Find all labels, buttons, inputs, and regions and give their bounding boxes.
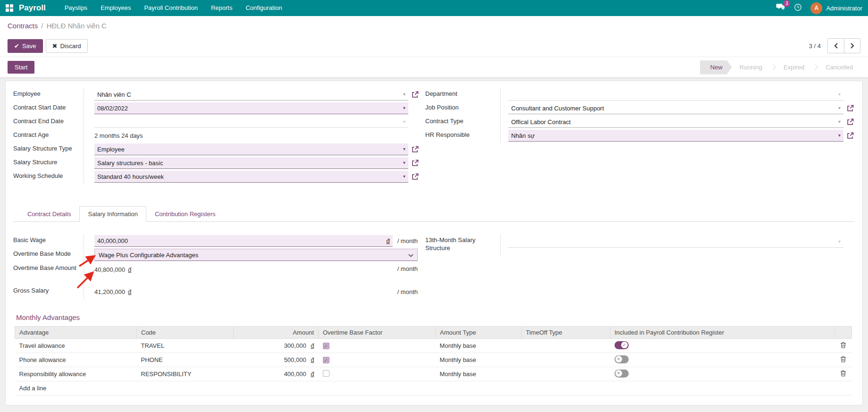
status-steps: New Running Expired Cancelled xyxy=(700,60,860,75)
menu-payslips[interactable]: Payslips xyxy=(58,0,94,16)
add-a-line-link[interactable]: Add a line xyxy=(15,381,852,395)
basic-wage-input[interactable]: 40,000,000 ▾ đ xyxy=(94,235,393,247)
department-field[interactable]: ▾ xyxy=(508,89,843,101)
contract-start-date-field[interactable]: 08/02/2022 ▾ xyxy=(94,102,408,114)
working-schedule-label: Working Schedule xyxy=(13,170,84,184)
discard-button[interactable]: ✖ Discard xyxy=(46,39,88,53)
tab-contribution-registers[interactable]: Contribution Registers xyxy=(146,206,224,222)
external-link-icon[interactable] xyxy=(847,118,855,126)
check-icon: ✔ xyxy=(14,42,19,50)
external-link-icon[interactable] xyxy=(847,105,855,112)
job-position-field[interactable]: Consultant and Customer Support ▾ xyxy=(508,102,843,114)
step-separator-icon xyxy=(770,64,776,70)
overtime-base-mode-select[interactable]: Wage Plus Configurable Advantages xyxy=(94,249,418,261)
start-button[interactable]: Start xyxy=(8,61,34,74)
app-brand[interactable]: Payroll xyxy=(19,3,46,13)
hr-responsible-field[interactable]: Nhân sự ▾ xyxy=(508,130,843,142)
gross-salary-value: 41,200,000 đ xyxy=(94,286,393,298)
tab-contract-details[interactable]: Contract Details xyxy=(19,206,79,222)
overtime-base-factor-checkbox[interactable]: ✓ xyxy=(323,357,329,363)
column-included-in-register[interactable]: Included in Payroll Contribution Registe… xyxy=(610,327,835,339)
status-step-expired[interactable]: Expired xyxy=(776,60,812,75)
currency-symbol: đ xyxy=(311,356,314,363)
overtime-base-factor-checkbox[interactable] xyxy=(323,370,329,377)
column-amount[interactable]: Amount xyxy=(234,327,319,339)
tab-salary-information[interactable]: Salary Information xyxy=(79,206,146,222)
breadcrumb: Contracts / HĐLĐ Nhân viên C xyxy=(0,16,868,35)
overtime-base-mode-label: Overtime Base Mode xyxy=(13,248,84,262)
monthly-advantages-table: Advantage Code Amount Overtime Base Fact… xyxy=(15,326,852,395)
menu-reports[interactable]: Reports xyxy=(204,0,239,16)
hr-responsible-label: HR Responsible xyxy=(425,129,500,143)
external-link-icon[interactable] xyxy=(847,132,855,139)
menu-employees[interactable]: Employees xyxy=(94,0,137,16)
column-timeoff-type[interactable]: TimeOff Type xyxy=(522,327,610,339)
user-menu[interactable]: A Administrator xyxy=(810,2,862,14)
included-in-register-toggle[interactable]: ✕ xyxy=(615,370,629,378)
column-amount-type[interactable]: Amount Type xyxy=(436,327,522,339)
menu-payroll-contribution[interactable]: Payroll Contribution xyxy=(137,0,204,16)
menu-configuration[interactable]: Configuration xyxy=(239,0,288,16)
external-link-icon[interactable] xyxy=(412,146,420,153)
column-overtime-base-factor[interactable]: Overtime Base Factor xyxy=(319,327,436,339)
dropdown-caret-icon[interactable]: ▾ xyxy=(400,106,405,110)
dropdown-caret-icon[interactable]: ▾ xyxy=(400,174,405,179)
table-header-row: Advantage Code Amount Overtime Base Fact… xyxy=(15,327,852,339)
breadcrumb-separator: / xyxy=(41,22,43,30)
trash-icon[interactable] xyxy=(840,357,846,364)
pager-previous-button[interactable] xyxy=(828,39,844,53)
advantage-row-responsibility[interactable]: Responsibility allowance RESPONSIBILITY … xyxy=(15,367,852,381)
column-code[interactable]: Code xyxy=(137,327,234,339)
pager-next-button[interactable] xyxy=(844,39,860,53)
contract-start-date-label: Contract Start Date xyxy=(13,101,84,115)
overtime-base-factor-checkbox[interactable]: ✓ xyxy=(323,343,329,349)
salary-structure-label: Salary Structure xyxy=(13,156,84,170)
dropdown-caret-icon[interactable]: ▾ xyxy=(835,119,841,124)
included-in-register-toggle[interactable]: ✓ xyxy=(615,341,629,349)
per-month-suffix: / month xyxy=(393,237,418,244)
contract-type-field[interactable]: Offical Labor Contract ▾ xyxy=(508,116,843,128)
dropdown-caret-icon[interactable]: ▾ xyxy=(400,92,405,97)
thirteenth-month-structure-field[interactable]: ▾ xyxy=(508,236,843,248)
dropdown-caret-icon[interactable]: ▾ xyxy=(400,160,405,165)
external-link-icon[interactable] xyxy=(412,160,420,167)
department-label: Department xyxy=(425,88,500,101)
column-advantage[interactable]: Advantage xyxy=(15,327,137,339)
save-button[interactable]: ✔ Save xyxy=(8,39,43,53)
breadcrumb-contracts-link[interactable]: Contracts xyxy=(8,22,38,30)
pager-count: 3 / 4 xyxy=(809,42,821,50)
contract-type-label: Contract Type xyxy=(425,115,500,129)
dropdown-caret-icon[interactable]: ▾ xyxy=(835,106,841,110)
external-link-icon[interactable] xyxy=(412,91,420,98)
per-month-suffix: / month xyxy=(393,263,418,272)
thirteenth-month-structure-label: 13th-Month Salary Structure xyxy=(425,234,500,257)
user-name: Administrator xyxy=(826,5,862,12)
trash-icon[interactable] xyxy=(840,343,846,350)
dropdown-caret-icon[interactable]: ▾ xyxy=(835,133,841,138)
advantage-row-phone[interactable]: Phone allowance PHONE 500,000 đ ✓ Monthl… xyxy=(15,353,852,367)
control-panel: ✔ Save ✖ Discard 3 / 4 xyxy=(0,35,868,57)
status-step-running[interactable]: Running xyxy=(732,60,770,75)
salary-structure-field[interactable]: Salary structures - basic ▾ xyxy=(94,157,408,169)
dropdown-caret-icon[interactable]: ▾ xyxy=(835,239,841,244)
dropdown-caret-icon[interactable]: ▾ xyxy=(835,92,841,97)
trash-icon[interactable] xyxy=(840,371,846,378)
contract-end-date-field[interactable]: ▾ xyxy=(94,116,408,128)
page-background: Employee Nhân viên C ▾ Contract Start Da… xyxy=(0,78,868,412)
external-link-icon[interactable] xyxy=(412,173,420,180)
apps-grid-icon[interactable] xyxy=(6,4,13,12)
employee-field[interactable]: Nhân viên C ▾ xyxy=(94,89,408,101)
messages-button[interactable]: 3 xyxy=(776,3,785,13)
dropdown-caret-icon[interactable]: ▾ xyxy=(400,147,405,151)
activities-button[interactable] xyxy=(794,3,802,13)
advantage-row-travel[interactable]: Travel allowance TRAVEL 300,000 đ ✓ Mont… xyxy=(15,339,852,353)
x-icon: ✖ xyxy=(52,42,58,50)
working-schedule-field[interactable]: Standard 40 hours/week ▾ xyxy=(94,171,408,183)
status-step-new[interactable]: New xyxy=(700,60,732,75)
dropdown-caret-icon[interactable]: ▾ xyxy=(400,119,405,124)
job-position-label: Job Position xyxy=(425,101,500,115)
basic-wage-label: Basic Wage xyxy=(13,234,84,248)
status-step-cancelled[interactable]: Cancelled xyxy=(818,60,860,75)
included-in-register-toggle[interactable]: ✕ xyxy=(615,355,629,363)
salary-structure-type-field[interactable]: Employee ▾ xyxy=(94,143,408,155)
